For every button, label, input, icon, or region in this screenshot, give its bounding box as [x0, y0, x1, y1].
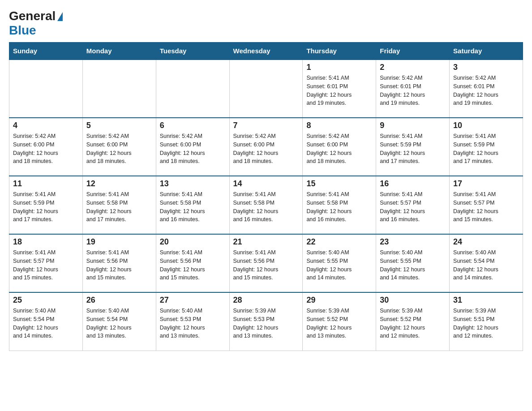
day-info: Sunrise: 5:39 AM Sunset: 5:53 PM Dayligh… — [233, 307, 299, 340]
logo-triangle-icon — [57, 12, 63, 21]
day-number: 29 — [306, 295, 372, 305]
calendar-cell: 30Sunrise: 5:39 AM Sunset: 5:52 PM Dayli… — [376, 292, 450, 351]
calendar-cell: 22Sunrise: 5:40 AM Sunset: 5:55 PM Dayli… — [303, 234, 376, 292]
calendar-cell: 8Sunrise: 5:42 AM Sunset: 6:00 PM Daylig… — [303, 118, 376, 176]
day-number: 16 — [380, 179, 446, 188]
calendar-cell: 9Sunrise: 5:41 AM Sunset: 5:59 PM Daylig… — [376, 118, 450, 176]
day-number: 21 — [233, 237, 299, 247]
day-info: Sunrise: 5:40 AM Sunset: 5:54 PM Dayligh… — [453, 248, 519, 282]
logo-blue: Blue — [9, 23, 36, 38]
day-number: 12 — [86, 179, 152, 188]
calendar-cell: 27Sunrise: 5:40 AM Sunset: 5:53 PM Dayli… — [156, 292, 229, 351]
calendar-cell: 7Sunrise: 5:42 AM Sunset: 6:00 PM Daylig… — [229, 118, 303, 176]
calendar-cell: 20Sunrise: 5:41 AM Sunset: 5:56 PM Dayli… — [156, 234, 229, 292]
day-info: Sunrise: 5:40 AM Sunset: 5:54 PM Dayligh… — [13, 307, 79, 340]
calendar-cell: 16Sunrise: 5:41 AM Sunset: 5:57 PM Dayli… — [376, 176, 450, 234]
day-info: Sunrise: 5:41 AM Sunset: 5:59 PM Dayligh… — [380, 132, 446, 166]
calendar-cell — [82, 60, 156, 118]
day-number: 22 — [306, 237, 372, 247]
day-number: 14 — [233, 179, 299, 188]
day-number: 18 — [13, 237, 79, 247]
day-number: 27 — [160, 295, 226, 305]
day-number: 9 — [380, 121, 446, 130]
calendar-cell: 13Sunrise: 5:41 AM Sunset: 5:58 PM Dayli… — [156, 176, 229, 234]
day-number: 13 — [160, 179, 226, 188]
day-number: 19 — [86, 237, 152, 247]
day-header-monday: Monday — [82, 43, 156, 60]
calendar-cell: 2Sunrise: 5:42 AM Sunset: 6:01 PM Daylig… — [376, 60, 450, 118]
day-number: 8 — [306, 121, 372, 130]
day-info: Sunrise: 5:41 AM Sunset: 5:58 PM Dayligh… — [306, 190, 372, 224]
calendar-header: SundayMondayTuesdayWednesdayThursdayFrid… — [9, 43, 523, 60]
day-info: Sunrise: 5:42 AM Sunset: 6:00 PM Dayligh… — [13, 132, 79, 166]
day-number: 2 — [380, 63, 446, 72]
day-info: Sunrise: 5:39 AM Sunset: 5:52 PM Dayligh… — [306, 307, 372, 340]
day-header-friday: Friday — [376, 43, 450, 60]
calendar-cell: 4Sunrise: 5:42 AM Sunset: 6:00 PM Daylig… — [9, 118, 83, 176]
day-number: 5 — [86, 121, 152, 130]
day-number: 24 — [453, 237, 519, 247]
day-info: Sunrise: 5:41 AM Sunset: 5:56 PM Dayligh… — [86, 248, 152, 282]
day-info: Sunrise: 5:41 AM Sunset: 5:58 PM Dayligh… — [160, 190, 226, 224]
day-info: Sunrise: 5:40 AM Sunset: 5:55 PM Dayligh… — [306, 248, 372, 282]
day-number: 17 — [453, 179, 519, 188]
day-header-tuesday: Tuesday — [156, 43, 229, 60]
day-info: Sunrise: 5:41 AM Sunset: 5:57 PM Dayligh… — [13, 248, 79, 282]
day-info: Sunrise: 5:42 AM Sunset: 6:01 PM Dayligh… — [380, 74, 446, 107]
day-info: Sunrise: 5:41 AM Sunset: 5:56 PM Dayligh… — [160, 248, 226, 282]
day-number: 7 — [233, 121, 299, 130]
day-info: Sunrise: 5:42 AM Sunset: 6:00 PM Dayligh… — [233, 132, 299, 166]
day-number: 11 — [13, 179, 79, 188]
week-row-4: 18Sunrise: 5:41 AM Sunset: 5:57 PM Dayli… — [9, 234, 523, 292]
calendar-cell: 31Sunrise: 5:39 AM Sunset: 5:51 PM Dayli… — [450, 292, 523, 351]
day-number: 26 — [86, 295, 152, 305]
day-header-thursday: Thursday — [303, 43, 376, 60]
calendar-cell: 11Sunrise: 5:41 AM Sunset: 5:59 PM Dayli… — [9, 176, 83, 234]
day-info: Sunrise: 5:42 AM Sunset: 6:00 PM Dayligh… — [86, 132, 152, 166]
calendar-body: 1Sunrise: 5:41 AM Sunset: 6:01 PM Daylig… — [9, 60, 523, 351]
day-info: Sunrise: 5:41 AM Sunset: 6:01 PM Dayligh… — [306, 74, 372, 107]
day-info: Sunrise: 5:39 AM Sunset: 5:52 PM Dayligh… — [380, 307, 446, 340]
day-header-saturday: Saturday — [450, 43, 523, 60]
calendar-table: SundayMondayTuesdayWednesdayThursdayFrid… — [9, 42, 523, 351]
day-info: Sunrise: 5:40 AM Sunset: 5:53 PM Dayligh… — [160, 307, 226, 340]
week-row-3: 11Sunrise: 5:41 AM Sunset: 5:59 PM Dayli… — [9, 176, 523, 234]
day-number: 23 — [380, 237, 446, 247]
day-info: Sunrise: 5:40 AM Sunset: 5:55 PM Dayligh… — [380, 248, 446, 282]
week-row-1: 1Sunrise: 5:41 AM Sunset: 6:01 PM Daylig… — [9, 60, 523, 118]
calendar-cell: 21Sunrise: 5:41 AM Sunset: 5:56 PM Dayli… — [229, 234, 303, 292]
day-number: 15 — [306, 179, 372, 188]
calendar-cell: 12Sunrise: 5:41 AM Sunset: 5:58 PM Dayli… — [82, 176, 156, 234]
logo-general: General — [9, 9, 56, 23]
calendar-cell: 18Sunrise: 5:41 AM Sunset: 5:57 PM Dayli… — [9, 234, 83, 292]
page-header: General Blue — [9, 9, 523, 38]
day-number: 1 — [306, 63, 372, 72]
calendar-cell: 19Sunrise: 5:41 AM Sunset: 5:56 PM Dayli… — [82, 234, 156, 292]
calendar-cell: 29Sunrise: 5:39 AM Sunset: 5:52 PM Dayli… — [303, 292, 376, 351]
day-info: Sunrise: 5:41 AM Sunset: 5:56 PM Dayligh… — [233, 248, 299, 282]
day-number: 6 — [160, 121, 226, 130]
day-info: Sunrise: 5:41 AM Sunset: 5:58 PM Dayligh… — [86, 190, 152, 224]
calendar-cell — [156, 60, 229, 118]
calendar-cell: 5Sunrise: 5:42 AM Sunset: 6:00 PM Daylig… — [82, 118, 156, 176]
calendar-cell: 24Sunrise: 5:40 AM Sunset: 5:54 PM Dayli… — [450, 234, 523, 292]
day-info: Sunrise: 5:42 AM Sunset: 6:01 PM Dayligh… — [453, 74, 519, 107]
calendar-cell: 14Sunrise: 5:41 AM Sunset: 5:58 PM Dayli… — [229, 176, 303, 234]
calendar-cell: 1Sunrise: 5:41 AM Sunset: 6:01 PM Daylig… — [303, 60, 376, 118]
calendar-cell: 28Sunrise: 5:39 AM Sunset: 5:53 PM Dayli… — [229, 292, 303, 351]
day-number: 31 — [453, 295, 519, 305]
calendar-cell: 3Sunrise: 5:42 AM Sunset: 6:01 PM Daylig… — [450, 60, 523, 118]
week-row-5: 25Sunrise: 5:40 AM Sunset: 5:54 PM Dayli… — [9, 292, 523, 351]
day-number: 30 — [380, 295, 446, 305]
days-of-week-row: SundayMondayTuesdayWednesdayThursdayFrid… — [9, 43, 523, 60]
logo: General Blue — [9, 9, 63, 38]
day-number: 3 — [453, 63, 519, 72]
day-number: 4 — [13, 121, 79, 130]
calendar-cell: 26Sunrise: 5:40 AM Sunset: 5:54 PM Dayli… — [82, 292, 156, 351]
calendar-cell — [229, 60, 303, 118]
day-info: Sunrise: 5:40 AM Sunset: 5:54 PM Dayligh… — [86, 307, 152, 340]
day-header-wednesday: Wednesday — [229, 43, 303, 60]
week-row-2: 4Sunrise: 5:42 AM Sunset: 6:00 PM Daylig… — [9, 118, 523, 176]
day-info: Sunrise: 5:41 AM Sunset: 5:59 PM Dayligh… — [13, 190, 79, 224]
day-info: Sunrise: 5:39 AM Sunset: 5:51 PM Dayligh… — [453, 307, 519, 340]
